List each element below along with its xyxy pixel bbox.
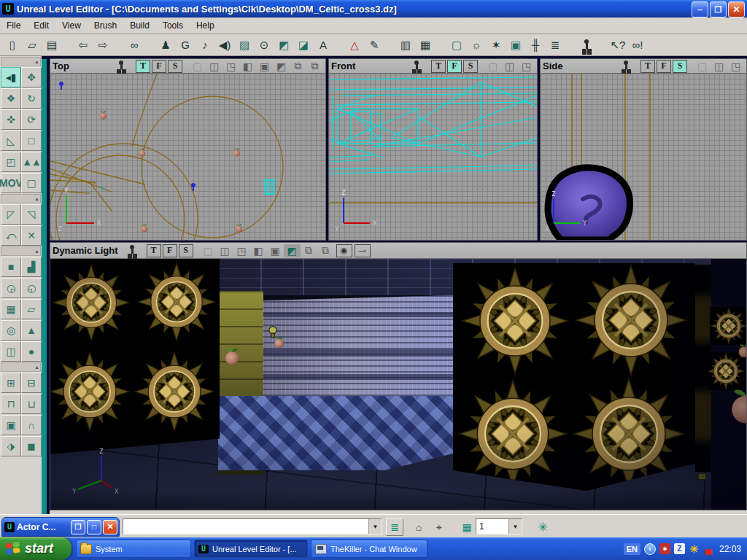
- texture-usage-mode-icon[interactable]: ◳: [727, 60, 744, 73]
- wireframe-mode-icon[interactable]: ▢: [484, 60, 501, 73]
- top-view-button[interactable]: T: [431, 60, 446, 73]
- add-mover-icon[interactable]: ∩: [21, 415, 42, 435]
- new-map-icon[interactable]: ▯: [3, 36, 22, 55]
- restore-button[interactable]: ❐: [710, 1, 727, 18]
- lighting-only-mode-icon[interactable]: ⧉: [301, 244, 317, 257]
- menu-brush[interactable]: Brush: [88, 19, 123, 32]
- brush-clip-mode-icon[interactable]: ◺: [1, 131, 21, 151]
- texture-usage-mode-icon[interactable]: ◳: [222, 60, 239, 73]
- apple-pickup[interactable]: [729, 387, 746, 425]
- tray-wheel-icon[interactable]: ✳: [689, 543, 700, 554]
- menu-file[interactable]: File: [0, 19, 27, 32]
- log-window-icon[interactable]: ≣: [386, 518, 403, 536]
- open-map-icon[interactable]: ▱: [23, 36, 42, 55]
- path-node[interactable]: [101, 187, 104, 190]
- rebuild-paths-icon[interactable]: ✶: [487, 36, 506, 55]
- title-bar[interactable]: U Unreal Level Editor - [C:\Documents an…: [0, 0, 747, 18]
- menu-help[interactable]: Help: [190, 19, 221, 32]
- face-drag-mode-icon[interactable]: ◰: [1, 152, 21, 172]
- lighting-only-mode-icon[interactable]: ⧉: [290, 60, 306, 73]
- cube-brush-icon[interactable]: ■: [1, 257, 21, 277]
- apple-pickup[interactable]: [738, 343, 746, 358]
- special-brush-icon[interactable]: ▣: [1, 415, 21, 435]
- taskbar-task-unreal[interactable]: U Unreal Level Editor - [...: [194, 540, 308, 558]
- front-view-button[interactable]: F: [657, 60, 671, 73]
- surface-properties-icon[interactable]: ▦: [416, 36, 435, 55]
- terrain-mode-icon[interactable]: ▲▲: [21, 152, 42, 172]
- play-map-icon[interactable]: [577, 36, 596, 55]
- actor-class-combobox[interactable]: ▼: [123, 518, 382, 534]
- clip-marker-1-icon[interactable]: ◸: [1, 204, 21, 225]
- lock-selections-icon[interactable]: ⌂: [410, 518, 427, 536]
- apple-pickup[interactable]: [224, 348, 240, 365]
- side-view-button[interactable]: S: [463, 60, 478, 73]
- music-browser-icon[interactable]: ♪: [196, 36, 214, 55]
- rotate-mode-icon[interactable]: ↻: [21, 88, 42, 109]
- menu-edit[interactable]: Edit: [27, 19, 55, 32]
- viewport-side-header[interactable]: Side T F S ▢◫◳: [541, 59, 746, 74]
- bsp-cuts-mode-icon[interactable]: ◧: [239, 60, 256, 73]
- cylinder-brush-icon[interactable]: ◎: [1, 320, 21, 341]
- volumetric-brush-icon[interactable]: ◫: [1, 341, 21, 362]
- flat-shaded-mode-icon[interactable]: ▣: [256, 60, 273, 73]
- terrain-brush-icon[interactable]: ▦: [1, 299, 21, 319]
- side-view-button[interactable]: S: [673, 60, 687, 73]
- wireframe-mode-icon[interactable]: ▢: [200, 244, 217, 257]
- clip-marker-2-icon[interactable]: ◹: [21, 204, 42, 225]
- taskbar-clock[interactable]: 22:03: [719, 544, 741, 554]
- csg-subtract-icon[interactable]: ⊟: [21, 373, 42, 393]
- rebuild-all-icon[interactable]: ▣: [506, 36, 525, 55]
- top-view-button[interactable]: T: [640, 60, 655, 73]
- flip-clip-icon[interactable]: ⤺: [1, 225, 21, 246]
- light-actor[interactable]: [268, 326, 278, 339]
- light-actors[interactable]: [59, 82, 196, 191]
- ammo-pickup[interactable]: [698, 473, 706, 480]
- csg-add-icon[interactable]: ⊞: [1, 373, 21, 393]
- viewport-top-canvas[interactable]: Y X Z: [50, 74, 325, 240]
- start-button[interactable]: start: [0, 537, 71, 560]
- joystick-icon[interactable]: [113, 60, 129, 73]
- undo-icon[interactable]: ⇦: [74, 36, 93, 55]
- search-actors-icon[interactable]: ∞: [125, 36, 144, 55]
- actor-properties-icon[interactable]: ▥: [396, 36, 415, 55]
- close-button[interactable]: ✕: [728, 1, 745, 18]
- dynamic-light-mode-icon[interactable]: ◩: [284, 244, 301, 257]
- selected-actor[interactable]: [265, 180, 274, 194]
- taskbar-task-system[interactable]: System: [76, 540, 191, 558]
- menu-tools[interactable]: Tools: [156, 19, 190, 32]
- restore-button[interactable]: ❐: [71, 520, 85, 534]
- rebuild-geometry-icon[interactable]: ▢: [447, 36, 466, 55]
- realtime-preview-icon[interactable]: ◉: [336, 244, 352, 257]
- maximize-button[interactable]: □: [87, 520, 101, 534]
- zone-portal-mode-icon[interactable]: ◫: [217, 244, 233, 257]
- taskbar-task-chat[interactable]: TheKiller - Chat Window: [311, 540, 427, 558]
- close-button[interactable]: ✕: [103, 520, 117, 534]
- group-browser-icon[interactable]: G: [176, 36, 195, 55]
- sphere-brush-icon[interactable]: ●: [21, 341, 42, 362]
- camera-move-icon[interactable]: ⌖: [430, 518, 448, 536]
- build-paths-icon[interactable]: ✎: [365, 36, 384, 55]
- language-indicator[interactable]: EN: [624, 543, 640, 555]
- tray-zonealarm-icon[interactable]: Z: [674, 543, 685, 554]
- rotation-grid-icon[interactable]: ✳: [534, 518, 551, 536]
- wireframe-mode-icon[interactable]: ▢: [189, 60, 206, 73]
- textured-sphere-actor[interactable]: [548, 168, 630, 240]
- prefab-browser-icon[interactable]: ◩: [274, 36, 293, 55]
- bsp-cuts-mode-icon[interactable]: ◧: [250, 244, 267, 257]
- dropdown-arrow-icon[interactable]: ▼: [508, 519, 522, 534]
- joystick-icon[interactable]: [409, 60, 425, 73]
- find-replace-icon[interactable]: ∞!: [628, 36, 647, 55]
- viewport-perspective-canvas[interactable]: Z Y X: [50, 259, 746, 510]
- top-view-button[interactable]: T: [136, 60, 150, 73]
- scale-mode-icon[interactable]: ✜: [1, 109, 21, 130]
- help-mode-icon[interactable]: ↖?: [608, 36, 627, 55]
- spiral-stairs-brush-icon[interactable]: ◶: [1, 278, 21, 298]
- actor-classes-window[interactable]: U Actor C... ❐ □ ✕: [1, 517, 120, 537]
- depth-complexity-mode-icon[interactable]: ⧉: [306, 60, 323, 73]
- sheet-brush-icon[interactable]: ▱: [21, 299, 42, 319]
- build-geometry-icon[interactable]: △: [345, 36, 364, 55]
- dropdown-arrow-icon[interactable]: ▼: [368, 519, 382, 534]
- depth-complexity-mode-icon[interactable]: ⧉: [317, 244, 334, 257]
- add-antiportal-icon[interactable]: ⬗: [1, 436, 21, 456]
- side-view-button[interactable]: S: [168, 60, 182, 73]
